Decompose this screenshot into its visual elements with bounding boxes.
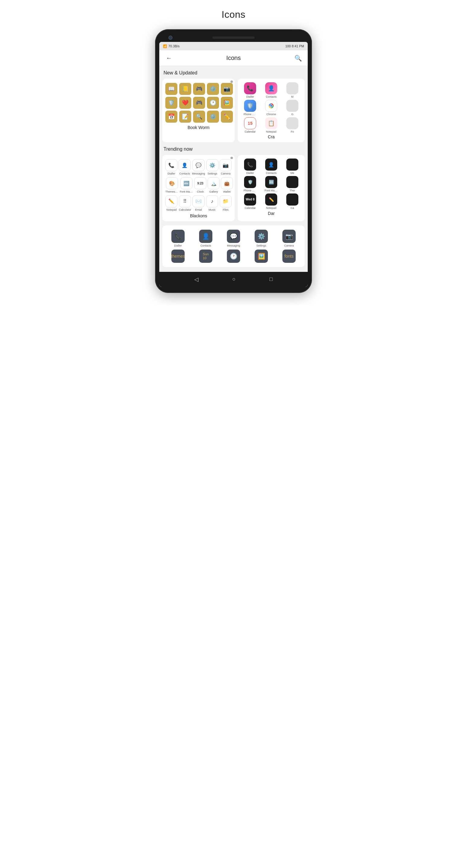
cra-icon-g: [286, 100, 298, 112]
blk-label: Email: [195, 208, 202, 212]
blk-label: Gallery: [209, 190, 218, 193]
nav-back-button[interactable]: ◁: [194, 276, 199, 283]
nav-home-button[interactable]: ○: [232, 276, 236, 282]
dark-cell: 🕐: [221, 250, 246, 263]
dar-label: Calendar: [245, 207, 256, 210]
book-worm-card[interactable]: 📖 📒 🎮 ⚙️ 📷: [162, 79, 235, 142]
phone-frame: 📶 70.3B/s 100 8:41 PM ← Icons 🔍 New & Up…: [155, 29, 312, 293]
dark-camera: 📷: [282, 230, 296, 243]
blk-fontmgr: 🔤: [180, 177, 193, 189]
dark-label: Camera: [284, 244, 294, 247]
page-title: Icons: [222, 9, 245, 20]
dar-calendar: Wed 8: [244, 193, 256, 206]
icon-cell: 🎮: [193, 97, 205, 109]
icon-cell: 📋 Notepad: [261, 117, 281, 133]
dar-dialler: 📞: [244, 158, 256, 170]
blk-settings: ⚙️: [206, 159, 218, 171]
blk-contacts: 👤: [179, 159, 191, 171]
cra-label-fo: Fo: [291, 130, 294, 133]
dar-label: Notepad: [266, 207, 276, 210]
icon-cell: 📞 Dialler: [165, 159, 177, 176]
bw-icon-4: ⚙️: [207, 83, 219, 95]
dar-phonemgr: 🛡️: [244, 176, 256, 188]
dar-contacts: 👤: [265, 158, 277, 170]
status-bar: 📶 70.3B/s 100 8:41 PM: [159, 42, 308, 50]
icon-cell: 💬 Messaging: [192, 159, 205, 176]
bw-icon-14: ⚙️: [207, 111, 219, 123]
blackons-card[interactable]: 📞 Dialler 👤 Contacts 💬 Messaging: [162, 155, 235, 221]
icon-cell: ✏️: [221, 111, 233, 123]
icon-cell: ✉️ Email: [193, 195, 205, 212]
search-button[interactable]: 🔍: [293, 53, 303, 63]
back-button[interactable]: ←: [164, 53, 174, 63]
phone-screen: 📶 70.3B/s 100 8:41 PM ← Icons 🔍 New & Up…: [159, 42, 308, 287]
cra-icon-chrome: [265, 100, 277, 112]
status-left: 📶 70.3B/s: [163, 44, 179, 48]
icon-cell: ⚙️ Settings: [206, 159, 218, 176]
icon-cell: 🔤 Font Manag...: [180, 177, 193, 193]
dar-card[interactable]: 📞 Dialler 👤 Contacts Me: [238, 155, 305, 221]
blk-label: Camera: [221, 172, 231, 176]
dark-dialler: 📞: [171, 230, 185, 243]
blk-label: Clock: [197, 190, 204, 193]
book-worm-name: Book Worm: [165, 125, 232, 130]
bw-icon-7: ❤️: [179, 97, 191, 109]
phone-top-bar: [159, 35, 308, 42]
dark-cell: Sun10: [193, 250, 218, 263]
nav-recent-button[interactable]: □: [269, 276, 273, 282]
blk-label: Notepad: [166, 208, 176, 212]
dark-cell: 🖼️: [249, 250, 274, 263]
icon-cell: 🎮: [193, 83, 205, 95]
icon-cell: 🔤 Font Manag...: [261, 176, 281, 192]
blk-notepad: ✏️: [165, 195, 177, 207]
dar-ca: [286, 193, 298, 206]
icon-cell: 📷 Camera: [220, 159, 232, 176]
cra-label-phone: Phone Man...: [243, 113, 257, 116]
dark-cell: 📷 Camera: [276, 230, 302, 247]
icon-cell: 👤 Contacts: [261, 82, 281, 98]
blk-dialler: 📞: [165, 159, 177, 171]
bw-icon-1: 📖: [165, 83, 177, 95]
icon-cell: 🏔️ Gallery: [208, 177, 220, 193]
blk-label: Music: [208, 208, 216, 212]
cra-card[interactable]: 📞 Dialler 👤 Contacts M: [238, 79, 305, 142]
trending-section: Trending now 📞 Dialler 👤 Conta: [162, 147, 305, 221]
cra-icon-calendar: 15: [244, 117, 256, 129]
dar-label: Contacts: [266, 172, 276, 175]
dar-label: Ther: [290, 189, 295, 192]
cra-label-g: G: [291, 113, 294, 116]
dark-cell: 💬 Messaging: [221, 230, 246, 247]
dar-label: Me: [291, 172, 294, 175]
icon-cell: 🕐: [207, 97, 219, 109]
icon-cell: 🔍: [193, 111, 205, 123]
dar-label: Dialler: [246, 172, 254, 175]
blk-label: Themes Ma...: [165, 190, 179, 193]
icon-cell: 👤 Contacts: [179, 159, 191, 176]
dark-settings: ⚙️: [255, 230, 268, 243]
cra-grid: 📞 Dialler 👤 Contacts M: [240, 82, 302, 133]
new-updated-title: New & Updated: [162, 70, 305, 76]
cra-label-calendar: Calendar: [245, 130, 256, 133]
icon-cell: 📁 Files: [219, 195, 232, 212]
bw-icon-9: 🕐: [207, 97, 219, 109]
dark-grid-row2: themes Sun10 🕐 🖼️ fonts: [165, 250, 302, 263]
svg-point-2: [270, 104, 272, 107]
blackons-grid-row3: ✏️ Notepad ⠿ Calculator ✉️ Email: [165, 195, 232, 212]
icon-cell: ⚙️: [207, 83, 219, 95]
new-updated-section: New & Updated 📖 📒: [162, 70, 305, 142]
cra-name: Cra: [240, 134, 302, 139]
dark-label: Messaging: [227, 244, 240, 247]
blk-label: Dialler: [168, 172, 175, 176]
blk-label: Messaging: [192, 172, 205, 176]
cra-label-contacts: Contacts: [266, 95, 276, 98]
scroll-dot-2: [231, 157, 233, 159]
bw-icon-3: 🎮: [193, 83, 205, 95]
icon-cell: 🖼️: [221, 97, 233, 109]
icon-cell: 🎨 Themes Ma...: [165, 177, 179, 193]
icon-cell: Wed 8 Calendar: [240, 193, 260, 210]
cra-label-chrome: Chrome: [266, 113, 276, 116]
icon-cell: ♪ Music: [206, 195, 218, 212]
cra-icon-m: [286, 82, 298, 94]
blk-label: Files: [223, 208, 228, 212]
dark-clock: 🕐: [227, 250, 240, 263]
